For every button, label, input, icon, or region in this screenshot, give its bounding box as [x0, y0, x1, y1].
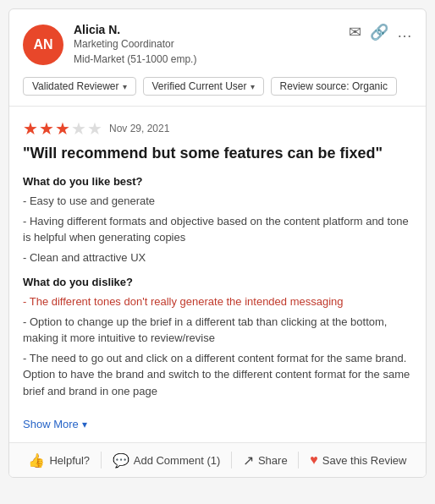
save-action[interactable]: ♥ Save this Review [310, 452, 406, 468]
verified-user-badge[interactable]: Verified Current User ▾ [143, 77, 264, 96]
show-more-button[interactable]: Show More ▾ [23, 409, 412, 442]
save-label: Save this Review [322, 454, 407, 467]
star-4: ★ [71, 118, 86, 139]
validated-reviewer-label: Validated Reviewer [32, 80, 119, 92]
dislikes-section: What do you dislike? - The different ton… [23, 276, 412, 399]
validated-reviewer-badge[interactable]: Validated Reviewer ▾ [23, 77, 136, 96]
mail-icon[interactable]: ✉ [349, 23, 361, 41]
likes-title: What do you like best? [23, 175, 412, 188]
review-source-label: Review source: Organic [280, 80, 388, 92]
link-icon[interactable]: 🔗 [370, 23, 388, 41]
user-company: Mid-Market (51-1000 emp.) [74, 52, 196, 67]
review-card: AN Alicia N. Marketing Coordinator Mid-M… [8, 8, 427, 478]
star-5: ★ [87, 118, 102, 139]
footer-divider-3 [298, 452, 299, 468]
user-role: Marketing Coordinator [74, 36, 196, 52]
user-name: Alicia N. [74, 23, 196, 36]
add-comment-label: Add Comment (1) [134, 454, 221, 467]
comment-icon: 💬 [113, 452, 129, 468]
footer-divider-2 [231, 452, 232, 468]
show-more-label: Show More [23, 418, 79, 430]
more-icon[interactable]: … [397, 24, 412, 41]
star-rating: ★ ★ ★ ★ ★ [23, 118, 102, 139]
star-3: ★ [55, 118, 70, 139]
dislikes-title: What do you dislike? [23, 276, 412, 288]
footer-divider-1 [101, 452, 102, 468]
helpful-action[interactable]: 👍 Helpful? [28, 452, 90, 468]
heart-icon: ♥ [310, 452, 318, 468]
likes-section: What do you like best? - Easy to use and… [23, 175, 412, 266]
chevron-down-icon: ▾ [123, 82, 127, 91]
review-date: Nov 29, 2021 [109, 123, 169, 134]
star-1: ★ [23, 118, 38, 139]
card-header: AN Alicia N. Marketing Coordinator Mid-M… [9, 9, 426, 77]
review-title: "Will recommend but some features can be… [23, 144, 412, 163]
helpful-label: Helpful? [49, 454, 90, 467]
like-item-3: - Clean and attractive UX [23, 249, 412, 266]
badges-row: Validated Reviewer ▾ Verified Current Us… [9, 77, 426, 106]
avatar: AN [23, 25, 63, 65]
dislike-item-2: - Option to change up the brief in a dif… [23, 314, 412, 347]
share-icon: ↗ [243, 452, 254, 468]
share-action[interactable]: ↗ Share [243, 452, 288, 468]
review-source-badge: Review source: Organic [271, 77, 397, 96]
like-item-1: - Easy to use and generate [23, 193, 412, 210]
dislike-item-3: - The need to go out and click on a diff… [23, 350, 412, 400]
thumbs-up-icon: 👍 [28, 452, 45, 468]
user-details: Alicia N. Marketing Coordinator Mid-Mark… [74, 23, 196, 67]
header-actions: ✉ 🔗 … [349, 23, 412, 41]
dislike-item-1: - The different tones don't really gener… [23, 293, 412, 310]
like-item-2: - Having different formats and objective… [23, 213, 412, 246]
star-2: ★ [39, 118, 54, 139]
add-comment-action[interactable]: 💬 Add Comment (1) [113, 452, 221, 468]
chevron-down-icon: ▾ [251, 82, 255, 91]
chevron-down-icon: ▾ [82, 419, 87, 430]
card-footer: 👍 Helpful? 💬 Add Comment (1) ↗ Share ♥ S… [9, 442, 426, 477]
user-info-section: AN Alicia N. Marketing Coordinator Mid-M… [23, 23, 196, 67]
review-body: ★ ★ ★ ★ ★ Nov 29, 2021 "Will recommend b… [9, 107, 426, 442]
rating-row: ★ ★ ★ ★ ★ Nov 29, 2021 [23, 118, 412, 139]
verified-user-label: Verified Current User [152, 80, 247, 92]
share-label: Share [258, 454, 288, 467]
